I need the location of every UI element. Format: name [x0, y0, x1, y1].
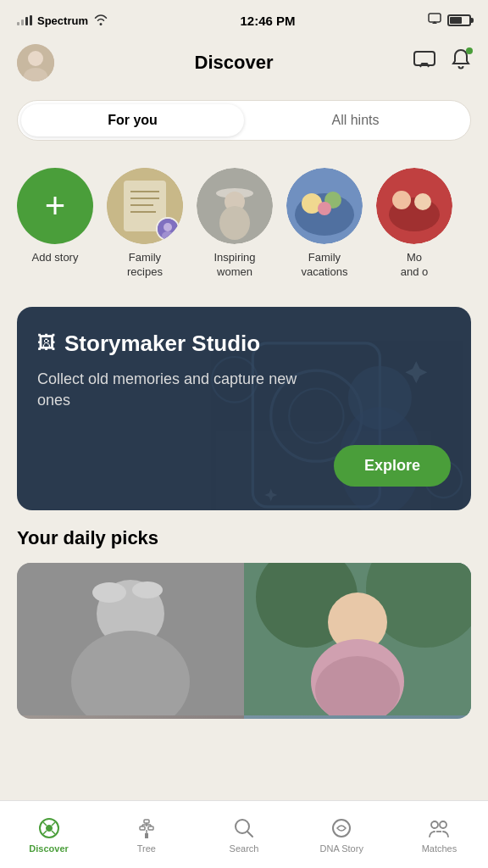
svg-rect-49 — [144, 820, 149, 823]
svg-point-57 — [333, 820, 350, 837]
svg-rect-48 — [148, 826, 153, 830]
nav-item-matches[interactable]: Matches — [391, 801, 488, 868]
storymaker-banner: 🖼 Storymaker Studio Collect old memories… — [17, 307, 471, 510]
banner-icon: 🖼 — [37, 332, 56, 354]
signal-icon — [17, 15, 32, 25]
nav-item-discover[interactable]: Discover — [0, 801, 97, 868]
nav-label-matches: Matches — [422, 843, 458, 854]
battery-icon — [447, 14, 471, 26]
story-label-vacations: Familyvacations — [302, 251, 348, 280]
story-circle-women[interactable] — [197, 168, 273, 244]
nav-label-tree: Tree — [137, 843, 156, 854]
picks-card[interactable] — [17, 563, 471, 719]
daily-picks-section: Your daily picks — [0, 527, 488, 719]
svg-line-56 — [247, 832, 252, 837]
svg-point-17 — [219, 206, 250, 240]
story-label-more: Moand o — [401, 251, 429, 280]
svg-point-37 — [92, 582, 126, 603]
tab-toggle: For you All hints — [17, 100, 471, 141]
story-item-vacations[interactable]: Familyvacations — [286, 168, 363, 280]
picks-photo-right — [244, 563, 471, 719]
bottom-nav: Discover Tree Search DNA Story — [0, 800, 488, 868]
svg-rect-46 — [145, 833, 148, 838]
story-label-recipes: Familyrecipes — [127, 251, 163, 280]
nav-item-search[interactable]: Search — [195, 801, 292, 868]
story-dot-recipes — [110, 171, 119, 180]
explore-button[interactable]: Explore — [334, 445, 451, 487]
nav-label-search: Search — [230, 843, 259, 854]
story-avatar-overlay-recipes — [156, 217, 180, 241]
notification-badge — [466, 47, 473, 54]
status-bar: Spectrum 12:46 PM — [0, 0, 488, 37]
matches-icon — [427, 816, 451, 840]
svg-point-12 — [164, 223, 172, 231]
status-left: Spectrum — [17, 14, 108, 28]
nav-item-dna-story[interactable]: DNA Story — [293, 801, 391, 868]
story-item-more[interactable]: Moand o — [376, 168, 452, 280]
svg-point-26 — [414, 193, 431, 210]
story-circle-more[interactable] — [376, 168, 452, 244]
banner-header: 🖼 Storymaker Studio — [37, 331, 451, 357]
story-circle-add[interactable]: + — [17, 168, 93, 244]
story-dot-vacations — [290, 171, 298, 180]
daily-picks-title: Your daily picks — [17, 527, 471, 549]
carrier-label: Spectrum — [37, 14, 88, 27]
story-circle-vacations[interactable] — [286, 168, 363, 244]
story-circle-recipes[interactable] — [107, 168, 183, 244]
svg-point-25 — [392, 191, 411, 209]
svg-point-2 — [28, 51, 43, 66]
nav-label-discover: Discover — [29, 843, 68, 854]
tree-icon — [135, 816, 158, 840]
banner-subtitle: Collect old memories and capture new one… — [37, 369, 325, 411]
svg-point-22 — [318, 202, 331, 215]
svg-point-38 — [132, 581, 163, 598]
stories-scroll: + Add story — [0, 161, 488, 287]
discover-icon — [37, 816, 61, 840]
status-right — [427, 11, 471, 30]
tab-for-you[interactable]: For you — [21, 104, 244, 136]
svg-point-59 — [440, 821, 446, 828]
notifications-icon[interactable] — [451, 49, 471, 76]
story-item-add[interactable]: + Add story — [17, 168, 93, 280]
stories-section: + Add story — [0, 153, 488, 300]
header-actions — [413, 49, 471, 76]
story-item-women[interactable]: Inspiringwomen — [197, 168, 273, 280]
svg-rect-0 — [429, 14, 441, 22]
svg-rect-47 — [140, 826, 145, 830]
page-title: Discover — [195, 52, 274, 74]
svg-point-58 — [431, 821, 438, 828]
wifi-icon — [93, 14, 108, 28]
banner-title: Storymaker Studio — [64, 331, 260, 357]
avatar[interactable] — [17, 44, 54, 81]
messages-icon[interactable] — [413, 51, 435, 75]
nav-label-dna-story: DNA Story — [320, 843, 363, 854]
story-label-add: Add story — [32, 251, 79, 265]
story-label-women: Inspiringwomen — [214, 251, 255, 280]
story-dot-women — [200, 171, 208, 180]
time-label: 12:46 PM — [240, 14, 295, 28]
tab-all-hints[interactable]: All hints — [244, 104, 467, 136]
header: Discover — [0, 37, 488, 92]
search-icon — [232, 816, 256, 840]
story-item-recipes[interactable]: Familyrecipes — [107, 168, 183, 280]
tab-toggle-container: For you All hints — [0, 92, 488, 153]
story-dot-more — [380, 171, 388, 180]
add-icon: + — [45, 188, 66, 224]
airplay-icon — [427, 11, 442, 30]
picks-photo-left — [17, 563, 244, 719]
nav-item-tree[interactable]: Tree — [97, 801, 195, 868]
dna-story-icon — [330, 816, 353, 840]
